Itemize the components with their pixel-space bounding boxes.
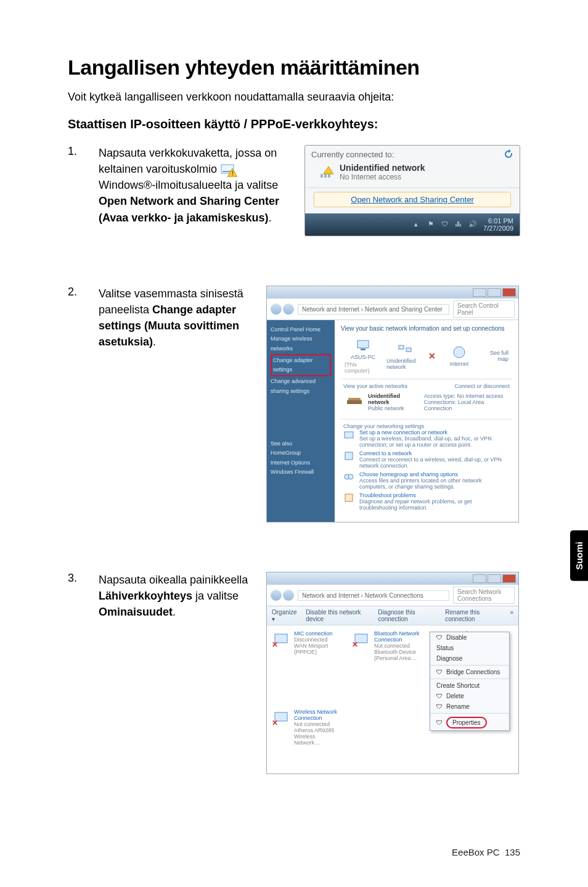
step-3: 3. Napsauta oikealla painikkeella Lähive… (68, 572, 520, 774)
page-intro: Voit kytkeä langalliseen verkkoon noudat… (68, 91, 520, 104)
connection-bluetooth[interactable]: Bluetooth Network ConnectionNot connecte… (353, 630, 421, 661)
connection-mic[interactable]: MIC connectionDisconnectedWAN Miniport (… (273, 630, 341, 655)
adapter-icon (353, 630, 370, 648)
setup-new-connection-link[interactable]: Set up a new connection or network (359, 429, 510, 435)
window-titlebar (267, 572, 518, 585)
toolbar-diagnose[interactable]: Diagnose this connection (378, 609, 436, 622)
open-network-sharing-center-link[interactable]: Open Network and Sharing Center (314, 192, 511, 207)
toolbar: Organize ▾ Disable this network device D… (267, 606, 518, 625)
window-close-button[interactable] (502, 574, 516, 583)
language-tab: Suomi (570, 530, 588, 581)
figure-network-connections: Network and Internet › Network Connectio… (266, 572, 519, 774)
address-path[interactable]: Network and Internet › Network and Shari… (298, 304, 449, 315)
page-title: Langallisen yhteyden määrittäminen (68, 56, 520, 80)
toolbar-organize[interactable]: Organize ▾ (272, 609, 297, 622)
side-change-adapter-settings[interactable]: Change adapter settings (271, 354, 331, 377)
connect-icon (343, 450, 354, 461)
tray-network-icon[interactable]: 🖧 (455, 220, 463, 229)
window-minimize-button[interactable] (473, 574, 486, 583)
svg-rect-8 (357, 340, 369, 348)
active-networks-label: View your active networks (343, 383, 407, 389)
adapter-icon (273, 709, 290, 726)
step-1: 1. Napsauta verkkokuvaketta, jossa on ke… (68, 145, 520, 236)
side-windows-firewall[interactable]: Windows Firewall (271, 468, 331, 477)
window-close-button[interactable] (502, 288, 516, 297)
window-maximize-button[interactable] (488, 574, 501, 583)
svg-point-18 (348, 474, 353, 479)
window-minimize-button[interactable] (473, 288, 486, 297)
menu-status[interactable]: Status (430, 643, 509, 653)
nav-forward-icon[interactable] (283, 590, 294, 601)
address-path[interactable]: Network and Internet › Network Connectio… (298, 590, 449, 601)
menu-delete[interactable]: 🛡Delete (430, 691, 509, 701)
setup-icon (343, 429, 354, 440)
connection-wireless[interactable]: Wireless Network ConnectionNot connected… (273, 709, 341, 746)
window-titlebar (267, 286, 518, 299)
popup-network-name: Unidentified network (340, 163, 425, 173)
signal-icon (320, 165, 333, 179)
tray-volume-icon[interactable]: 🔊 (468, 220, 477, 229)
side-internet-options[interactable]: Internet Options (271, 458, 331, 468)
svg-rect-4 (321, 174, 323, 178)
toolbar-rename[interactable]: Rename this connection (445, 609, 501, 622)
svg-point-12 (454, 347, 465, 358)
tray-shield-icon[interactable]: 🛡 (441, 220, 450, 229)
adapter-icon (273, 630, 290, 648)
menu-disable[interactable]: 🛡Disable (430, 632, 509, 643)
svg-rect-15 (345, 432, 353, 438)
tray-flag-icon[interactable]: ⚑ (428, 220, 436, 229)
shield-icon: 🛡 (436, 703, 443, 710)
active-network-name: Unidentified network (368, 393, 419, 405)
figure-network-popup: Currently connected to: Unidentified net… (304, 145, 520, 236)
search-input[interactable]: Search Control Panel (453, 300, 515, 318)
svg-rect-9 (361, 349, 365, 350)
connect-disconnect-link[interactable]: Connect or disconnect (454, 383, 510, 389)
popup-network-status: No Internet access (340, 173, 425, 181)
context-menu: 🛡Disable Status Diagnose 🛡Bridge Connect… (430, 632, 510, 731)
tray-show-hidden-icon[interactable]: ▴ (414, 220, 423, 229)
page-footer: EeeBox PC 135 (452, 847, 520, 857)
bench-icon (346, 393, 363, 408)
network-warning-icon: ! (220, 162, 237, 177)
nav-back-icon[interactable] (271, 303, 282, 315)
menu-bridge[interactable]: 🛡Bridge Connections (430, 667, 509, 677)
side-manage-wireless[interactable]: Manage wireless networks (271, 334, 331, 353)
side-homegroup[interactable]: HomeGroup (271, 448, 331, 458)
homegroup-icon (343, 471, 354, 482)
search-input[interactable]: Search Network Connections (453, 587, 515, 604)
toolbar-disable[interactable]: Disable this network device (306, 609, 369, 622)
menu-rename[interactable]: 🛡Rename (430, 701, 509, 712)
svg-rect-21 (355, 634, 367, 643)
menu-properties[interactable]: 🛡Properties (430, 715, 509, 730)
figure-network-sharing-center: Network and Internet › Network and Shari… (266, 286, 519, 522)
menu-diagnose[interactable]: Diagnose (430, 653, 509, 664)
troubleshoot-icon (343, 492, 354, 503)
svg-rect-23 (275, 712, 287, 721)
see-full-map-link[interactable]: See full map (490, 350, 508, 362)
step-3-number: 3. (68, 572, 85, 585)
step-2-number: 2. (68, 286, 85, 299)
step-1-number: 1. (68, 145, 85, 158)
menu-create-shortcut[interactable]: Create Shortcut (430, 680, 509, 691)
homegroup-sharing-link[interactable]: Choose homegroup and sharing options (359, 471, 510, 477)
computer-icon (356, 338, 370, 353)
connect-network-link[interactable]: Connect to a network (359, 450, 510, 456)
shield-icon: 🛡 (436, 693, 443, 699)
nav-forward-icon[interactable] (283, 303, 294, 315)
step-2: 2. Valitse vasemmasta sinisestä paneelis… (68, 286, 520, 522)
step-1-text: Napsauta verkkokuvaketta, jossa on kelta… (99, 145, 291, 226)
taskbar-clock[interactable]: 6:01 PM 7/27/2009 (483, 217, 513, 232)
side-change-advanced-sharing[interactable]: Change advanced sharing settings (271, 377, 331, 396)
shield-icon: 🛡 (436, 669, 443, 675)
side-see-also: See also (271, 439, 331, 448)
main-panel: View your basic network information and … (335, 320, 518, 522)
refresh-icon[interactable] (504, 149, 513, 159)
shield-icon: 🛡 (436, 634, 443, 641)
side-home[interactable]: Control Panel Home (271, 325, 331, 334)
nav-back-icon[interactable] (271, 590, 282, 601)
shield-icon: 🛡 (436, 719, 443, 726)
troubleshoot-link[interactable]: Troubleshoot problems (359, 492, 510, 498)
toolbar-more[interactable]: » (510, 609, 513, 622)
window-maximize-button[interactable] (488, 288, 501, 297)
svg-rect-14 (348, 398, 361, 400)
